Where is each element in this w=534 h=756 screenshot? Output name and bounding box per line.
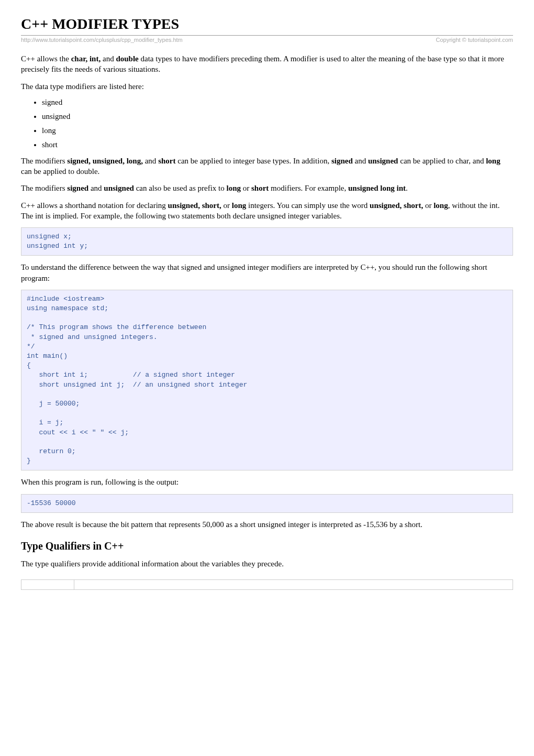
text: or	[423, 201, 433, 210]
section-heading: Type Qualifiers in C++	[21, 540, 513, 552]
page-title: C++ MODIFIER TYPES	[21, 16, 513, 32]
qualifiers-intro: The type qualifiers provide additional i…	[21, 558, 513, 569]
text: and	[353, 157, 368, 165]
modifiers-detail-1: The modifiers signed, unsigned, long, an…	[21, 156, 513, 177]
bold-text: unsigned, short,	[168, 201, 221, 210]
text: modifiers. For example,	[269, 184, 348, 192]
list-item: short	[42, 140, 513, 149]
text: .	[406, 184, 408, 192]
modifiers-list: signed unsigned long short	[21, 98, 513, 149]
table-row	[21, 580, 513, 590]
modifiers-intro: The data type modifiers are listed here:	[21, 81, 513, 92]
text: can be applied to double.	[21, 167, 99, 176]
text: C++ allows a shorthand notation for decl…	[21, 201, 168, 210]
list-item: long	[42, 126, 513, 135]
text: and	[101, 54, 116, 63]
bold-text: signed, unsigned, long,	[67, 157, 143, 165]
bold-text: unsigned	[104, 184, 134, 192]
bold-text: unsigned long int	[348, 184, 406, 192]
code-block-2: #include <iostream> using namespace std;…	[21, 290, 513, 470]
bold-text: long	[232, 201, 247, 210]
bold-text: unsigned	[368, 157, 398, 165]
bold-text: long	[227, 184, 241, 192]
copyright-text: Copyright © tutorialspoint.com	[436, 37, 513, 43]
text: and	[88, 184, 104, 192]
text: or	[241, 184, 251, 192]
shorthand-paragraph: C++ allows a shorthand notation for decl…	[21, 200, 513, 222]
bold-text: char, int,	[71, 54, 101, 63]
url-row: http://www.tutorialspoint.com/cplusplus/…	[21, 37, 513, 43]
qualifiers-table	[21, 579, 513, 590]
title-underline	[21, 35, 513, 36]
result-explanation: The above result is because the bit patt…	[21, 519, 513, 530]
bold-text: short	[251, 184, 269, 192]
bold-text: unsigned, short,	[370, 201, 423, 210]
code-block-1: unsigned x; unsigned int y;	[21, 227, 513, 256]
table-cell	[74, 580, 513, 590]
bold-text: double	[116, 54, 138, 63]
code-block-3: -15536 50000	[21, 494, 513, 513]
bold-text: signed	[67, 184, 88, 192]
text: integers. You can simply use the word	[246, 201, 370, 210]
text: or	[221, 201, 232, 210]
text: The modifiers	[21, 184, 67, 192]
output-intro: When this program is run, following is t…	[21, 477, 513, 487]
list-item: unsigned	[42, 112, 513, 121]
program-intro: To understand the difference between the…	[21, 262, 513, 283]
bold-text: signed	[331, 157, 353, 165]
bold-text: long	[486, 157, 500, 165]
table-cell	[21, 580, 74, 590]
bold-text: short	[158, 157, 175, 165]
text: can also be used as prefix to	[134, 184, 227, 192]
text: can be applied to integer base types. In…	[175, 157, 331, 165]
modifiers-detail-2: The modifiers signed and unsigned can al…	[21, 183, 513, 193]
text: and	[143, 157, 158, 165]
text: C++ allows the	[21, 54, 71, 63]
text: can be applied to char, and	[398, 157, 486, 165]
list-item: signed	[42, 98, 513, 107]
text: The modifiers	[21, 157, 67, 165]
source-url-link[interactable]: http://www.tutorialspoint.com/cplusplus/…	[21, 37, 183, 43]
intro-paragraph: C++ allows the char, int, and double dat…	[21, 53, 513, 75]
bold-text: long	[433, 201, 448, 210]
